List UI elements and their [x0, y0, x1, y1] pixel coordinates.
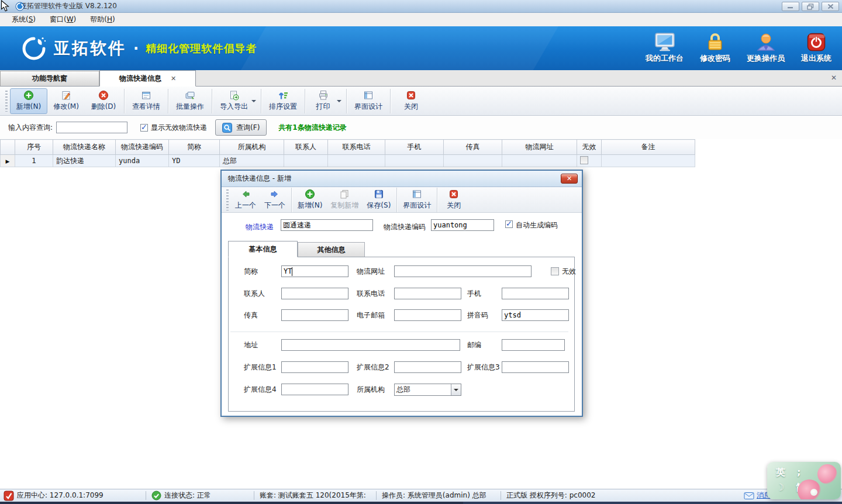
power-icon [807, 33, 826, 51]
dialog-close-toolbar-button[interactable]: 关闭 [439, 188, 468, 212]
table-row[interactable]: ▶ 1 韵达快递 yunda YD 总部 [1, 155, 695, 167]
zip-field-label: 邮编 [467, 339, 481, 351]
tab-logistics-info[interactable]: 物流快递信息 ✕ [99, 70, 196, 87]
dialog-logistics-new: 物流快递信息 - 新增 ✕ 上一个 下一个 新增(N) 复制新增 [220, 170, 583, 417]
code-field[interactable] [431, 219, 494, 231]
save-button[interactable]: 保存(S) [363, 188, 395, 212]
contact-field[interactable] [281, 288, 348, 299]
ime-halfwidth-moon-icon[interactable]: ☽ [776, 480, 784, 495]
ext1-field[interactable] [281, 361, 348, 373]
ui-design-button[interactable]: 界面设计 [348, 88, 388, 114]
query-button[interactable]: 查询(F) [215, 119, 267, 136]
cell-tel [328, 155, 385, 167]
zip-field[interactable] [502, 339, 565, 351]
column-header-contact[interactable]: 联系人 [284, 140, 328, 155]
name-field-label: 物流快递 [246, 221, 274, 233]
dialog-ui-design-button[interactable]: 界面设计 [399, 188, 435, 212]
dialog-tab-other[interactable]: 其他信息 [298, 242, 365, 257]
name-field[interactable] [281, 219, 373, 231]
fax-field[interactable] [281, 309, 348, 321]
auto-code-label: 自动生成编码 [516, 219, 558, 231]
view-detail-button[interactable]: 查看详情 [126, 88, 166, 114]
exit-system-button[interactable]: 退出系统 [801, 33, 831, 64]
tabstrip-close-icon[interactable]: ✕ [831, 74, 837, 82]
menu-item-system[interactable]: 系统(S) [5, 13, 43, 26]
dialog-tab-basic[interactable]: 基本信息 [228, 241, 298, 257]
column-header-abbr[interactable]: 简称 [169, 140, 220, 155]
dialog-toolbar-grip[interactable] [226, 189, 229, 210]
column-header-fax[interactable]: 传真 [444, 140, 502, 155]
tab-function-nav[interactable]: 功能导航窗 [0, 71, 99, 86]
minimize-button[interactable] [782, 2, 799, 11]
select-arrow-icon[interactable] [451, 384, 461, 395]
copy-add-button[interactable]: 复制新增 [326, 188, 363, 212]
delete-button[interactable]: 删除(D) [85, 88, 122, 114]
app-center-icon [4, 491, 14, 501]
next-record-button[interactable]: 下一个 [260, 188, 289, 212]
prev-record-button[interactable]: 上一个 [231, 188, 260, 212]
close-red-icon [406, 90, 416, 101]
dialog-title: 物流快递信息 - 新增 [228, 174, 291, 184]
tel-field[interactable] [394, 288, 461, 299]
switch-operator-button[interactable]: 更换操作员 [747, 33, 785, 64]
search-input[interactable] [56, 122, 127, 133]
email-field[interactable] [394, 309, 461, 321]
site-field[interactable] [394, 265, 532, 277]
cell-code: yunda [116, 155, 169, 167]
save-floppy-icon [374, 189, 384, 199]
column-header-tel[interactable]: 联系电话 [328, 140, 385, 155]
ext2-field[interactable] [394, 361, 461, 373]
ime-toolbar[interactable]: 英 ; ☽ 简 [767, 462, 841, 499]
logistics-table: 序号 物流快递名称 物流快递编码 简称 所属机构 联系人 联系电话 手机 传真 … [0, 139, 695, 167]
edit-button[interactable]: 修改(M) [47, 88, 85, 114]
show-invalid-checkbox[interactable] [140, 124, 148, 132]
pinyin-field[interactable] [502, 309, 569, 321]
window-title: 亚拓管理软件专业版 V8.2.120 [20, 1, 117, 11]
ime-language-indicator[interactable]: 英 [776, 465, 785, 480]
restore-button[interactable] [802, 2, 819, 11]
close-button[interactable] [822, 2, 839, 11]
column-header-mobile[interactable]: 手机 [385, 140, 444, 155]
sort-settings-button[interactable]: 排序设置 [263, 88, 303, 114]
ext3-field[interactable] [502, 361, 569, 373]
tab-close-icon[interactable]: ✕ [171, 75, 176, 82]
app-center-text: 应用中心: 127.0.0.1:7099 [17, 491, 103, 500]
column-header-seq[interactable]: 序号 [15, 140, 53, 155]
dialog-close-button[interactable]: ✕ [561, 174, 578, 184]
column-header-invalid[interactable]: 无效 [577, 140, 602, 155]
org-select[interactable]: 总部 [394, 384, 461, 396]
mobile-field[interactable] [502, 288, 569, 299]
ext4-field-label: 扩展信息4 [244, 384, 277, 395]
column-header-note[interactable]: 备注 [602, 140, 695, 155]
toolbar-grip[interactable] [5, 91, 8, 112]
batch-ops-button[interactable]: 批量操作 [170, 88, 210, 114]
print-button[interactable]: 打印 [307, 88, 344, 114]
column-header-name[interactable]: 物流快递名称 [53, 140, 116, 155]
invalid-checkbox[interactable] [551, 267, 559, 275]
menu-item-window[interactable]: 窗口(W) [43, 13, 83, 26]
address-field[interactable] [281, 339, 460, 351]
workbench-button[interactable]: 我的工作台 [646, 33, 684, 64]
dialog-add-button[interactable]: 新增(N) [294, 188, 326, 212]
dialog-titlebar[interactable]: 物流快递信息 - 新增 ✕ [222, 171, 582, 187]
import-export-button[interactable]: 导入导出 [214, 88, 259, 114]
close-module-button[interactable]: 关闭 [392, 88, 430, 114]
copy-icon [339, 189, 350, 199]
ime-punctuation-indicator[interactable]: ; [797, 465, 800, 480]
auto-code-checkbox[interactable] [505, 220, 513, 228]
change-password-button[interactable]: 修改密码 [700, 33, 730, 64]
column-header-url[interactable]: 物流网址 [502, 140, 577, 155]
abbr-field-label: 简称 [244, 265, 258, 277]
brand-banner: 亚拓软件 · 精细化管理软件倡导者 我的工作台 修改密码 更换操作员 退出系统 [0, 26, 842, 70]
ext4-field[interactable] [281, 384, 348, 395]
monitor-icon [654, 33, 675, 51]
row-invalid-checkbox[interactable] [580, 156, 588, 164]
add-button[interactable]: 新增(N) [10, 88, 47, 114]
column-header-code[interactable]: 物流快递编码 [116, 140, 169, 155]
menu-item-help[interactable]: 帮助(H) [83, 13, 122, 26]
column-header-org[interactable]: 所属机构 [220, 140, 284, 155]
window-titlebar[interactable]: 亚拓管理软件专业版 V8.2.120 [0, 0, 842, 13]
arrow-left-icon [240, 189, 251, 199]
ext1-field-label: 扩展信息1 [244, 361, 277, 373]
row-selector-cell[interactable]: ▶ [1, 155, 15, 167]
